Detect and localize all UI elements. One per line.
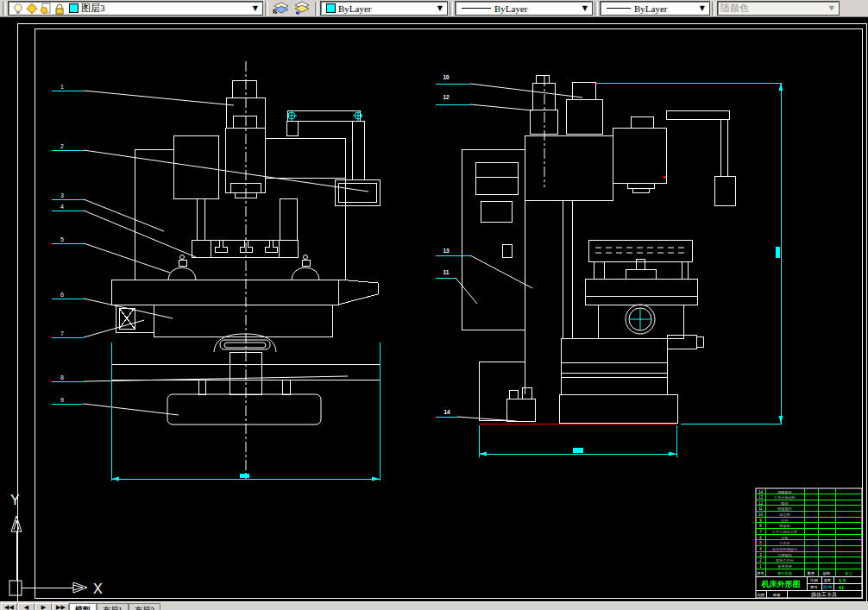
leader-label-12: 12: [443, 94, 450, 100]
svg-text:7: 7: [759, 530, 762, 534]
scale-label: 比例: [810, 578, 817, 583]
color-combo-value: ByLayer: [338, 3, 371, 14]
leader-label-1: 1: [60, 84, 64, 90]
svg-text:3: 3: [759, 553, 762, 557]
svg-text:分度蜗轮: 分度蜗轮: [777, 553, 793, 557]
leader-label-6: 6: [60, 292, 64, 298]
svg-text:悬挂按钮操纵站: 悬挂按钮操纵站: [772, 547, 798, 551]
leader-label-13: 13: [443, 248, 450, 254]
lineweight-preview: [607, 8, 631, 9]
svg-text:床身底座: 床身底座: [777, 564, 793, 569]
svg-text:13: 13: [758, 495, 764, 500]
svg-text:6: 6: [759, 536, 762, 540]
svg-text:回转工作台: 回转工作台: [776, 558, 794, 563]
side-view: [462, 75, 735, 424]
plotstyle-combo: 随颜色 ▼: [718, 2, 839, 15]
bom-header-remark: 备注: [845, 571, 852, 575]
svg-text:5: 5: [759, 541, 762, 545]
lineweight-combo-dropdown-icon[interactable]: ▼: [698, 4, 707, 12]
base-highlight-line: [480, 176, 676, 424]
bom-header-material: 材料: [822, 571, 831, 576]
tab-prev-button[interactable]: ◀: [18, 603, 35, 610]
drawn-label: 制图: [758, 593, 764, 597]
checked-label: 审核: [773, 593, 781, 597]
toolbar-separator: [450, 2, 453, 16]
svg-text:2: 2: [759, 558, 762, 563]
leader-label-14: 14: [443, 409, 450, 415]
lineweight-combo-value: ByLayer: [634, 3, 667, 14]
ucs-x-label: X: [93, 582, 103, 596]
layer-lock-icon[interactable]: [53, 3, 66, 15]
svg-text:1: 1: [759, 564, 762, 569]
arm-target-symbols: [286, 110, 363, 121]
bom-header-name: 零件名称: [777, 571, 793, 575]
ucs-y-label: Y: [10, 493, 20, 507]
svg-text:联接盘: 联接盘: [779, 524, 790, 528]
front-view: [111, 61, 380, 479]
model-space-canvas[interactable]: 1 2 3 4 5 6 7 8 9: [0, 17, 868, 610]
svg-text:12: 12: [758, 501, 764, 506]
linetype-combo-value: ByLayer: [494, 3, 527, 14]
leader-label-7: 7: [60, 330, 64, 336]
project-name: 插齿工卡具: [811, 591, 837, 598]
tab-next-button[interactable]: ▶: [35, 603, 52, 610]
layer-color-swatch: [69, 3, 79, 13]
hub-center-mark: [630, 309, 651, 330]
object-properties-toolbar: 图层3 ▼ ByLayer ▼ ByLayer ▼ ByLay: [0, 0, 868, 17]
leader-label-11: 11: [443, 269, 450, 275]
layout-tab-strip: ◀◀ ◀ ▶ ▶▶ 模型 布局1 布局2: [0, 601, 868, 610]
bom-header-no: 序号: [757, 571, 764, 575]
color-swatch: [326, 3, 336, 13]
tab-last-button[interactable]: ▶▶: [53, 603, 69, 610]
svg-text:10: 10: [758, 513, 764, 517]
layer-on-bulb-icon[interactable]: [12, 3, 24, 15]
tab-first-button[interactable]: ◀◀: [1, 603, 17, 610]
svg-text:拉杆: 拉杆: [780, 519, 788, 523]
layer-vp-freeze-icon[interactable]: [40, 3, 52, 15]
toolbar-separator: [3, 2, 6, 16]
svg-text:9: 9: [759, 519, 762, 523]
linetype-preview: [462, 8, 491, 9]
plotstyle-combo-dropdown-icon: ▼: [827, 4, 836, 12]
layer-combo-dropdown-icon[interactable]: ▼: [251, 4, 260, 12]
tab-layout1[interactable]: 布局1: [97, 603, 129, 610]
front-dimension-text: [240, 474, 249, 478]
svg-text:14: 14: [758, 490, 764, 494]
plotstyle-combo-value: 随颜色: [720, 2, 749, 15]
leader-label-4: 4: [60, 204, 64, 210]
svg-text:4: 4: [759, 547, 762, 551]
scale-value: 1:5: [839, 578, 846, 583]
toolbar-separator: [594, 2, 598, 16]
leader-label-9: 9: [60, 397, 64, 403]
tab-model[interactable]: 模型: [69, 603, 97, 610]
toolbar-separator: [712, 2, 715, 16]
side-width-dimension-text: [573, 448, 583, 453]
toolbar-separator: [315, 2, 318, 16]
table-hidden-lines: [595, 248, 686, 253]
svg-text:压板: 压板: [781, 536, 788, 540]
svg-text:工件心轴定位套: 工件心轴定位套: [771, 530, 797, 534]
svg-text:工作台: 工作台: [778, 541, 790, 545]
title-block: 序号 零件名称 数量 材料 备注 14 13 12 11 10 9 8 7 6 …: [756, 488, 862, 598]
make-layer-current-icon[interactable]: [272, 1, 291, 16]
linetype-combo[interactable]: ByLayer ▼: [456, 2, 592, 15]
layer-thaw-sun-icon[interactable]: [26, 3, 38, 15]
leader-label-10: 10: [443, 74, 450, 80]
lineweight-combo[interactable]: ByLayer ▼: [601, 2, 709, 15]
linetype-combo-dropdown-icon[interactable]: ▼: [581, 4, 589, 12]
bom-part-numbers: 14 13 12 11 10 9 8 7 6 5 4 3 2 1: [758, 490, 764, 569]
drawing-title: 机床外形图: [761, 580, 801, 588]
layer-combo[interactable]: 图层3 ▼: [9, 2, 262, 15]
bom-header-qty: 数量: [808, 571, 815, 575]
tab-layout2[interactable]: 布局2: [129, 603, 160, 610]
svg-text:8: 8: [759, 524, 762, 528]
svg-text:锁紧螺钉: 锁紧螺钉: [777, 506, 793, 511]
color-combo-dropdown-icon[interactable]: ▼: [436, 4, 444, 12]
bom-part-names: 调整垫铁 工作台电动机 螺母 锁紧螺钉 定位键 拉杆 联接盘 工件心轴定位套 压…: [771, 490, 798, 569]
svg-text:工作台电动机: 工作台电动机: [773, 495, 796, 500]
sheet-value: 01: [839, 585, 844, 590]
weight-label: 重量: [824, 578, 831, 582]
layer-previous-icon[interactable]: [292, 1, 311, 16]
layer-combo-value: 图层3: [81, 2, 105, 15]
color-combo[interactable]: ByLayer ▼: [321, 2, 447, 15]
